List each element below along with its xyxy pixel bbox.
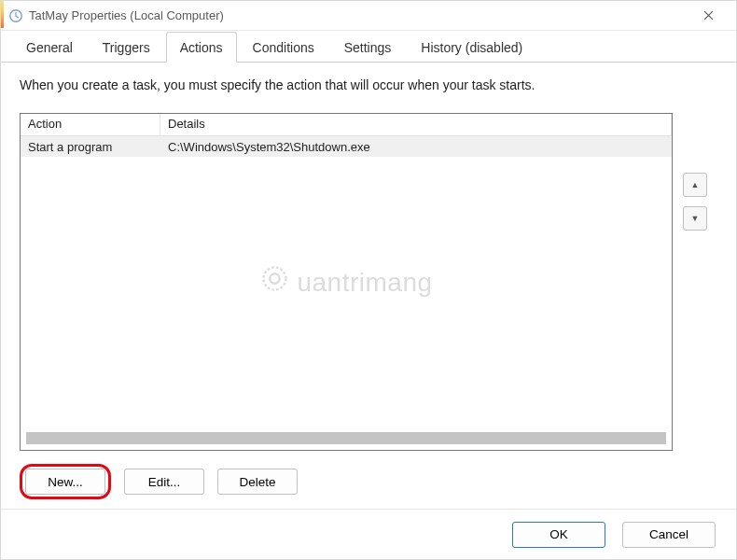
actions-body: Action Details Start a program C:\Window… xyxy=(20,113,717,451)
window-title: TatMay Properties (Local Computer) xyxy=(29,8,688,22)
titlebar: TatMay Properties (Local Computer) xyxy=(1,1,736,31)
tab-triggers[interactable]: Triggers xyxy=(89,32,164,62)
tab-strip: General Triggers Actions Conditions Sett… xyxy=(1,31,736,63)
order-spinner: ▲ ▼ xyxy=(673,113,717,451)
annotation-highlight: New... xyxy=(20,464,111,499)
instruction-text: When you create a task, you must specify… xyxy=(20,77,717,92)
dialog-footer: OK Cancel xyxy=(1,509,736,559)
tab-content-actions: When you create a task, you must specify… xyxy=(1,63,736,509)
cancel-button[interactable]: Cancel xyxy=(622,522,716,548)
action-buttons-row: New... Edit... Delete xyxy=(20,464,717,499)
horizontal-scrollbar[interactable] xyxy=(26,432,666,444)
column-header-details[interactable]: Details xyxy=(160,114,672,135)
close-button[interactable] xyxy=(688,3,729,29)
cell-details: C:\Windows\System32\Shutdown.exe xyxy=(160,138,672,156)
properties-dialog: TatMay Properties (Local Computer) Gener… xyxy=(0,0,737,560)
chevron-up-icon: ▲ xyxy=(691,180,700,189)
tab-general[interactable]: General xyxy=(12,32,87,62)
column-headers: Action Details xyxy=(21,114,672,136)
chevron-down-icon: ▼ xyxy=(691,214,700,223)
table-row[interactable]: Start a program C:\Windows\System32\Shut… xyxy=(21,136,672,157)
tab-actions[interactable]: Actions xyxy=(166,32,237,63)
edit-button[interactable]: Edit... xyxy=(124,469,204,495)
move-up-button[interactable]: ▲ xyxy=(683,173,707,197)
cell-action: Start a program xyxy=(21,138,160,156)
rows-container: Start a program C:\Windows\System32\Shut… xyxy=(21,136,672,432)
move-down-button[interactable]: ▼ xyxy=(683,206,707,231)
tab-conditions[interactable]: Conditions xyxy=(239,32,328,62)
column-header-action[interactable]: Action xyxy=(21,114,160,135)
ok-button[interactable]: OK xyxy=(512,522,605,548)
delete-button[interactable]: Delete xyxy=(217,469,298,495)
new-button[interactable]: New... xyxy=(25,469,105,495)
tab-history[interactable]: History (disabled) xyxy=(407,32,536,62)
actions-list[interactable]: Action Details Start a program C:\Window… xyxy=(20,113,673,451)
clock-icon xyxy=(8,8,23,23)
tab-settings[interactable]: Settings xyxy=(330,32,406,62)
close-icon xyxy=(703,10,714,21)
window-edge-accent xyxy=(1,1,4,28)
